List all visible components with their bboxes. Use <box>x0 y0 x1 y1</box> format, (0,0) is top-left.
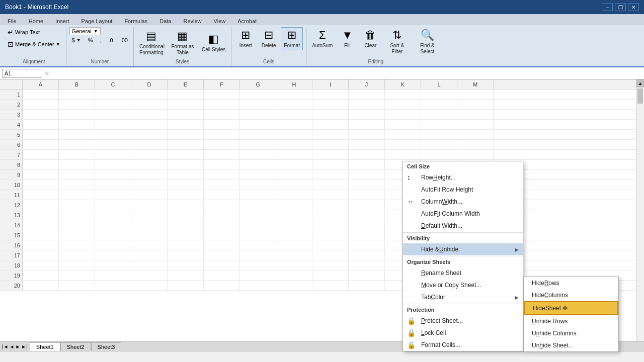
ribbon-tabs: File Home Insert Page Layout Formulas Da… <box>0 14 644 25</box>
minimize-button[interactable]: – <box>602 3 613 11</box>
conditional-formatting-button[interactable]: ▤ Conditional Formatting <box>137 28 166 57</box>
autosum-label: AutoSum <box>312 43 333 49</box>
column-width-item[interactable]: ↔ Column Width... <box>403 196 523 208</box>
autosum-button[interactable]: Σ AutoSum <box>309 27 335 50</box>
vertical-scrollbar[interactable]: ▲ ▼ <box>636 79 644 352</box>
unhide-rows-item[interactable]: Unhide Rows <box>524 315 618 327</box>
wrap-text-button[interactable]: ↵ Wrap Text <box>5 27 42 37</box>
table-row: 17 <box>0 250 636 260</box>
comma-button[interactable]: , <box>97 36 104 44</box>
number-format-chevron-icon[interactable]: ▼ <box>94 29 98 34</box>
number-format-dropdown[interactable]: General ▼ <box>69 27 101 35</box>
col-header-k[interactable]: K <box>385 79 421 89</box>
cell-a1[interactable] <box>23 89 59 99</box>
format-as-table-button[interactable]: ▦ Format as Table <box>168 28 197 57</box>
col-header-l[interactable]: L <box>421 79 457 89</box>
row-height-item[interactable]: ↕ Row Height... <box>403 171 523 184</box>
autofit-row-height-item[interactable]: AutoFit Row Height <box>403 184 523 196</box>
sheet-prev-button[interactable]: ◄ <box>10 344 15 349</box>
merge-center-button[interactable]: ⊡ Merge & Center ▼ <box>5 39 63 49</box>
lock-cell-item[interactable]: 🔒 Lock Cell <box>403 327 523 339</box>
percent-button[interactable]: % <box>86 36 96 44</box>
col-header-h[interactable]: H <box>276 79 312 89</box>
tab-page-layout[interactable]: Page Layout <box>76 17 118 25</box>
hide-rows-item[interactable]: Hide Rows <box>524 277 618 289</box>
close-button[interactable]: ✕ <box>628 3 639 11</box>
editing-content: Σ AutoSum ▼ Fill 🗑 Clear ⇅ Sort & Filter… <box>309 27 442 58</box>
number-content: General ▼ $▼ % , .0 .00 <box>69 27 130 58</box>
delete-button[interactable]: ⊟ Delete <box>258 27 280 50</box>
format-dropdown-menu: Cell Size ↕ Row Height... AutoFit Row He… <box>403 161 523 351</box>
autofit-column-width-item[interactable]: AutoFit Column Width <box>403 208 523 220</box>
sheet-first-button[interactable]: |◄ <box>2 344 9 349</box>
row-header: 17 <box>0 250 23 260</box>
tab-formulas[interactable]: Formulas <box>119 17 153 25</box>
merge-chevron-icon[interactable]: ▼ <box>56 42 60 47</box>
col-header-c[interactable]: C <box>95 79 131 89</box>
increase-decimal-button[interactable]: .00 <box>118 36 130 44</box>
hide-columns-item[interactable]: Hide Columns <box>524 289 618 301</box>
protect-sheet-item[interactable]: 🔒 Protect Sheet... <box>403 315 523 327</box>
scroll-thumb[interactable] <box>637 88 643 104</box>
ribbon-group-number: General ▼ $▼ % , .0 .00 Number <box>66 27 134 66</box>
decrease-decimal-button[interactable]: .0 <box>106 36 115 44</box>
col-header-j[interactable]: J <box>349 79 385 89</box>
grid-rows: 1 2 3 4 5 6 7 8 9 10 11 12 13 14 15 16 1… <box>0 89 636 291</box>
col-header-d[interactable]: D <box>131 79 168 89</box>
ribbon-group-alignment: ↵ Wrap Text ⊡ Merge & Center ▼ Alignment <box>2 27 66 66</box>
tab-color-item[interactable]: Tab Color <box>403 291 523 303</box>
tab-data[interactable]: Data <box>154 17 177 25</box>
restore-button[interactable]: ❐ <box>615 3 626 11</box>
tab-acrobat[interactable]: Acrobat <box>232 17 262 25</box>
default-width-item[interactable]: Default Width... <box>403 220 523 232</box>
align-row-2: ⊡ Merge & Center ▼ <box>5 39 63 49</box>
format-as-table-icon: ▦ <box>177 30 188 43</box>
hide-unhide-item[interactable]: Hide & Unhide <box>403 243 523 255</box>
find-label: Find & Select <box>415 43 439 55</box>
currency-chevron-icon[interactable]: ▼ <box>76 38 81 43</box>
sheet-next-button[interactable]: ► <box>15 344 20 349</box>
table-row: 2 <box>0 100 636 110</box>
number-group-label: Number <box>69 58 130 64</box>
wrap-text-icon: ↵ <box>8 28 14 36</box>
conditional-formatting-label: Conditional Formatting <box>139 44 164 56</box>
format-button[interactable]: ⊞ Format <box>281 27 303 50</box>
col-header-a[interactable]: A <box>23 79 59 89</box>
col-header-f[interactable]: F <box>204 79 240 89</box>
col-header-b[interactable]: B <box>59 79 95 89</box>
format-cells-item[interactable]: 🔒 Format Cells... <box>403 339 523 351</box>
clear-button[interactable]: 🗑 Clear <box>359 27 381 50</box>
hide-sheet-item[interactable]: Hide Sheet ✜ <box>524 301 618 315</box>
tab-view[interactable]: View <box>208 17 231 25</box>
scroll-up-button[interactable]: ▲ <box>636 79 644 87</box>
tab-file[interactable]: File <box>2 17 22 25</box>
sheet-tab-2[interactable]: Sheet2 <box>60 342 91 351</box>
col-header-m[interactable]: M <box>457 79 494 89</box>
format-cells-icon: 🔒 <box>407 341 416 349</box>
tab-review[interactable]: Review <box>178 17 207 25</box>
name-box[interactable] <box>2 69 42 78</box>
unhide-columns-item[interactable]: Unhide Columns <box>524 327 618 339</box>
find-select-button[interactable]: 🔍 Find & Select <box>413 27 442 56</box>
formula-input[interactable] <box>51 70 642 76</box>
move-copy-sheet-item[interactable]: Move or Copy Sheet... <box>403 279 523 291</box>
unhide-sheet-item[interactable]: Unhide Sheet... <box>524 339 618 351</box>
tab-home[interactable]: Home <box>23 17 49 25</box>
window-title: Book1 - Microsoft Excel <box>5 4 68 11</box>
tab-insert[interactable]: Insert <box>50 17 75 25</box>
sheet-last-button[interactable]: ►| <box>21 344 28 349</box>
col-header-g[interactable]: G <box>240 79 276 89</box>
currency-button[interactable]: $▼ <box>69 36 84 44</box>
row-header: 4 <box>0 120 23 129</box>
sheet-tab-1[interactable]: Sheet1 <box>30 342 60 351</box>
col-header-e[interactable]: E <box>168 79 204 89</box>
row-header: 7 <box>0 150 23 159</box>
col-header-i[interactable]: I <box>312 79 349 89</box>
rename-sheet-item[interactable]: Rename Sheet <box>403 267 523 279</box>
fill-button[interactable]: ▼ Fill <box>336 27 358 50</box>
sort-filter-button[interactable]: ⇅ Sort & Filter <box>382 27 412 56</box>
cell-size-header: Cell Size <box>403 161 523 171</box>
insert-button[interactable]: ⊞ Insert <box>234 27 257 50</box>
sheet-tab-3[interactable]: Sheet3 <box>91 342 122 351</box>
cell-styles-button[interactable]: ◧ Cell Styles <box>199 31 228 54</box>
